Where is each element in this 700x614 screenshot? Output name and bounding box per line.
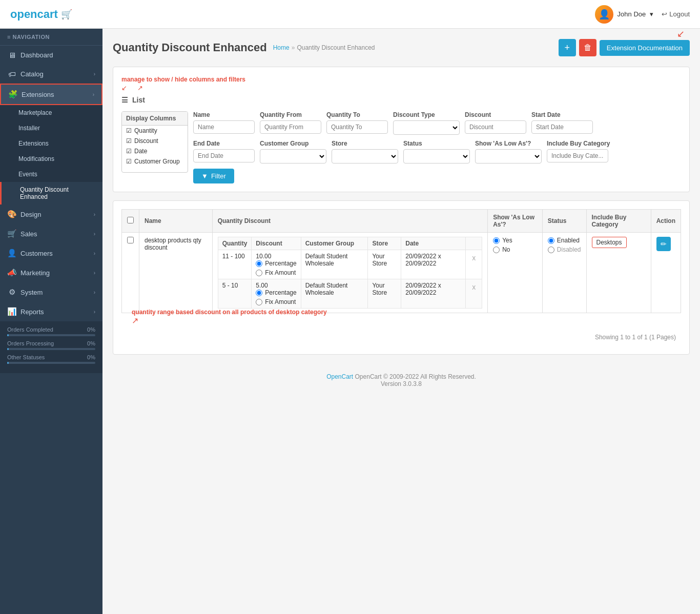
- sidebar-item-events[interactable]: Events: [0, 167, 102, 182]
- filter-discount-group: Discount: [465, 111, 526, 135]
- row-checkbox[interactable]: [127, 237, 134, 243]
- filter-button[interactable]: ▼ Filter: [193, 169, 234, 183]
- inner-x-cell: x: [466, 279, 482, 309]
- remove-row-button-1[interactable]: x: [470, 253, 478, 263]
- discount-value: 5.00: [256, 282, 296, 289]
- inner-table-row: 5 - 10 5.00 Percentage: [218, 279, 482, 309]
- status-enabled-radio[interactable]: [548, 237, 554, 244]
- stat-orders-processing: Orders Processing 0%: [7, 340, 95, 350]
- add-button[interactable]: +: [559, 39, 576, 56]
- marketing-icon: 📣: [7, 268, 16, 277]
- status-disabled-radio[interactable]: [548, 247, 554, 253]
- store-select[interactable]: Your Store: [332, 149, 398, 163]
- inner-th-action: [466, 237, 482, 250]
- discount-input[interactable]: [465, 120, 526, 134]
- show-as-low-as-label: Show 'As Low As'?: [475, 140, 542, 147]
- sidebar-item-marketing[interactable]: 📣 Marketing ›: [0, 263, 102, 282]
- row-quantity-discount-cell: Quantity Discount Customer Group Store D…: [212, 233, 488, 313]
- sidebar-item-sales[interactable]: 🛒 Sales ›: [0, 224, 102, 243]
- fix-amount-radio-2[interactable]: [256, 299, 262, 305]
- include-buy-category-input[interactable]: [547, 149, 608, 162]
- stat-label-text: Other Statuses: [7, 354, 45, 360]
- sidebar-item-design[interactable]: 🎨 Design ›: [0, 204, 102, 224]
- sidebar-item-dashboard[interactable]: 🖥 Dashboard: [0, 46, 102, 65]
- chevron-right-icon: ›: [94, 71, 95, 77]
- sidebar-item-customers[interactable]: 👤 Customers ›: [0, 243, 102, 263]
- qty-from-input[interactable]: [260, 120, 321, 134]
- column-item-customer-group[interactable]: ☑ Customer Group: [122, 156, 188, 167]
- chevron-right-icon: ›: [94, 290, 95, 295]
- qty-to-input[interactable]: [326, 120, 388, 134]
- sidebar-item-label: Design: [20, 211, 41, 218]
- fix-amount-radio-1[interactable]: [256, 270, 262, 276]
- delete-button[interactable]: 🗑: [579, 39, 596, 56]
- extensions-submenu: Marketplace Installer Extensions Modific…: [0, 105, 102, 204]
- filter-action-row: ▼ Filter: [193, 169, 681, 183]
- user-info[interactable]: 👤 John Doe ▾: [595, 5, 654, 24]
- sidebar-item-label: System: [20, 289, 43, 296]
- column-item-quantity[interactable]: ☑ Quantity: [122, 126, 188, 136]
- show-as-low-as-no-radio[interactable]: [493, 247, 500, 253]
- show-as-low-as-radios: Yes No: [493, 237, 537, 253]
- page-actions: + 🗑 Extension Documentation: [559, 39, 690, 56]
- start-date-label: Start Date: [531, 111, 593, 118]
- discount-type-select[interactable]: Percentage Fix Amount: [393, 120, 460, 135]
- sidebar-item-quantity-discount[interactable]: Quantity Discount Enhanced: [0, 182, 102, 204]
- status-label: Status: [403, 140, 470, 147]
- column-item-date[interactable]: ☑ Date: [122, 146, 188, 156]
- table-card: Name Quantity Discount Show 'As Low As'?…: [113, 200, 690, 355]
- sidebar-item-label: Customers: [20, 250, 53, 257]
- percentage-label-1: Percentage: [265, 260, 296, 267]
- sidebar-item-label: Extensions: [22, 91, 54, 98]
- customer-group-select[interactable]: Default Student Wholesale: [260, 149, 326, 163]
- sidebar-item-modifications[interactable]: Modifications: [0, 151, 102, 167]
- checkbox-date-icon: ☑: [126, 148, 132, 155]
- design-icon: 🎨: [7, 210, 16, 219]
- sidebar-item-catalog[interactable]: 🏷 Catalog ›: [0, 65, 102, 84]
- column-item-discount[interactable]: ☑ Discount: [122, 136, 188, 146]
- edit-button[interactable]: ✏: [656, 237, 671, 251]
- end-date-input[interactable]: [193, 149, 255, 162]
- sidebar-item-marketplace[interactable]: Marketplace: [0, 105, 102, 120]
- show-as-low-as-yes-radio[interactable]: [493, 237, 500, 244]
- sidebar-item-system[interactable]: ⚙ System ›: [0, 282, 102, 302]
- breadcrumb-home[interactable]: Home: [273, 44, 290, 51]
- th-name: Name: [139, 210, 213, 233]
- status-radios: Enabled Disabled: [548, 237, 581, 253]
- display-columns-box: Display Columns ☑ Quantity ☑ Discount ☑ …: [121, 111, 188, 173]
- sidebar-item-reports[interactable]: 📊 Reports ›: [0, 302, 102, 321]
- start-date-input[interactable]: [531, 120, 593, 134]
- list-label: List: [132, 96, 145, 104]
- header: opencart 🛒 👤 John Doe ▾ ↩ Logout: [0, 0, 700, 29]
- stat-value: 0%: [87, 354, 95, 360]
- logout-button[interactable]: ↩ Logout: [662, 10, 690, 18]
- select-all-checkbox[interactable]: [127, 217, 134, 223]
- inner-th-store: Store: [368, 237, 401, 250]
- name-input[interactable]: [193, 120, 255, 134]
- inner-th-date: Date: [401, 237, 466, 250]
- sidebar-item-extensions[interactable]: 🧩 Extensions ›: [0, 84, 102, 105]
- status-select[interactable]: Enabled Disabled: [403, 149, 470, 163]
- filter-card: manage to show / hide columns and filter…: [113, 67, 690, 192]
- row-status-cell: Enabled Disabled: [542, 233, 586, 313]
- breadcrumb-current: Quantity Discount Enhanced: [297, 44, 375, 51]
- store-label: Store: [332, 140, 398, 147]
- no-label: No: [502, 246, 510, 253]
- th-status: Status: [542, 210, 586, 233]
- show-as-low-as-select[interactable]: Yes No: [475, 149, 542, 163]
- checkbox-discount-icon: ☑: [126, 137, 132, 145]
- filter-show-as-low-as-group: Show 'As Low As'? Yes No: [475, 140, 542, 163]
- sidebar-item-extensions-sub[interactable]: Extensions: [0, 136, 102, 151]
- percentage-radio-1[interactable]: [256, 260, 262, 267]
- main-content: Quantity Discount Enhanced Home » Quanti…: [102, 29, 700, 614]
- logo-text: opencart: [10, 8, 58, 21]
- trash-icon: 🗑: [584, 43, 592, 52]
- footer-link[interactable]: OpenCart: [326, 373, 353, 380]
- footer-version: Version 3.0.3.8: [123, 380, 680, 387]
- sidebar-item-installer[interactable]: Installer: [0, 120, 102, 136]
- remove-row-button-2[interactable]: x: [470, 282, 478, 292]
- documentation-button[interactable]: Extension Documentation: [600, 40, 690, 56]
- fix-amount-label-2: Fix Amount: [265, 298, 296, 305]
- inner-store: Your Store: [368, 279, 401, 309]
- percentage-radio-2[interactable]: [256, 290, 262, 296]
